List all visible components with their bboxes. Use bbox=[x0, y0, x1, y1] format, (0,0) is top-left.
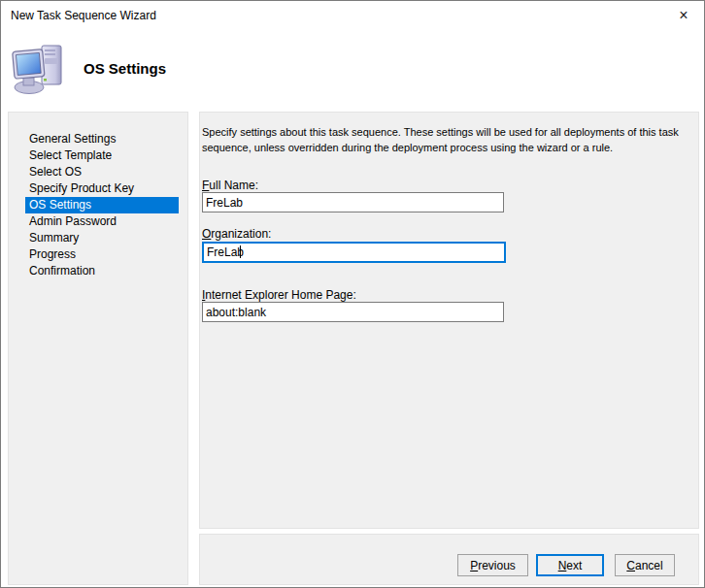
organization-input[interactable] bbox=[202, 242, 506, 263]
steps-list: General Settings Select Template Select … bbox=[9, 131, 187, 279]
content-panel: Specify settings about this task sequenc… bbox=[199, 112, 699, 529]
full-name-label: Full Name: bbox=[202, 179, 258, 192]
window-title: New Task Sequence Wizard bbox=[11, 9, 156, 22]
previous-button[interactable]: Previous bbox=[457, 554, 528, 576]
step-summary: Summary bbox=[25, 230, 179, 246]
cancel-button-label: Cancel bbox=[616, 559, 674, 572]
wizard-dialog: New Task Sequence Wizard × bbox=[0, 0, 705, 588]
close-button[interactable]: × bbox=[671, 5, 696, 26]
step-admin-password: Admin Password bbox=[25, 213, 179, 230]
next-button-label: Next bbox=[538, 559, 602, 572]
step-select-template: Select Template bbox=[25, 147, 179, 164]
full-name-input[interactable] bbox=[202, 192, 504, 212]
ie-homepage-input[interactable] bbox=[202, 302, 504, 322]
title-bar: New Task Sequence Wizard × bbox=[1, 1, 704, 30]
button-bar: Previous Next Cancel bbox=[199, 534, 699, 585]
step-general-settings: General Settings bbox=[25, 131, 179, 147]
computer-icon bbox=[11, 43, 67, 95]
page-title: OS Settings bbox=[84, 60, 166, 77]
step-confirmation: Confirmation bbox=[25, 263, 179, 279]
step-os-settings-current: OS Settings bbox=[25, 197, 179, 213]
text-caret bbox=[240, 245, 241, 258]
step-specify-product-key: Specify Product Key bbox=[25, 180, 179, 197]
organization-label: Organization: bbox=[202, 227, 271, 241]
ie-homepage-label: Internet Explorer Home Page: bbox=[202, 288, 356, 302]
next-button[interactable]: Next bbox=[536, 554, 604, 576]
previous-button-label: Previous bbox=[458, 559, 527, 572]
cancel-button[interactable]: Cancel bbox=[615, 554, 675, 576]
step-progress: Progress bbox=[25, 246, 179, 263]
step-select-os: Select OS bbox=[25, 164, 179, 180]
close-icon: × bbox=[679, 8, 688, 23]
steps-panel: General Settings Select Template Select … bbox=[8, 112, 188, 585]
instructions-text: Specify settings about this task sequenc… bbox=[202, 125, 698, 155]
